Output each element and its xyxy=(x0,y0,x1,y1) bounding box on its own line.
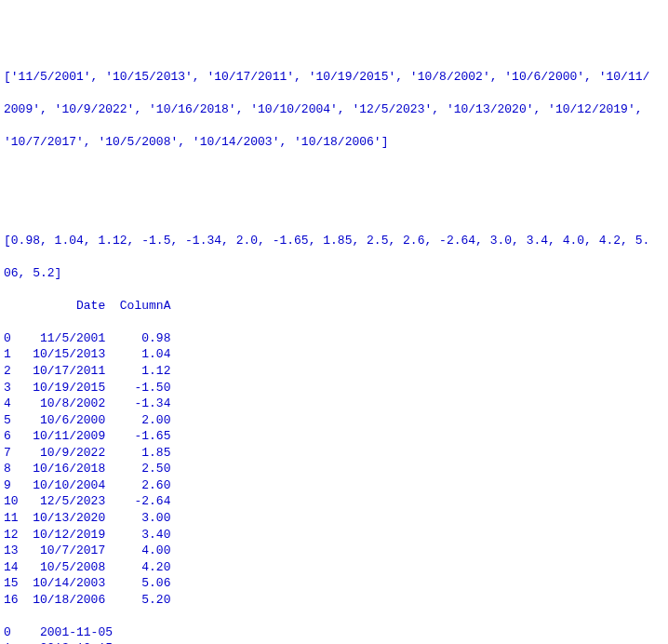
table-row: 13 10/7/2017 4.00 xyxy=(4,543,664,559)
raw-date-list-line1: ['11/5/2001', '10/15/2013', '10/17/2011'… xyxy=(4,69,664,86)
table-row: 6 10/11/2009 -1.65 xyxy=(4,428,664,445)
table-row: 2 10/17/2011 1.12 xyxy=(4,363,664,380)
table-row: 5 10/6/2000 2.00 xyxy=(4,412,664,429)
table-row: 15 10/14/2003 5.06 xyxy=(4,575,664,592)
table-row: 12 10/12/2019 3.40 xyxy=(4,527,664,543)
table-row: 1 2013-10-15 xyxy=(4,640,664,644)
table-row: 1 10/15/2013 1.04 xyxy=(4,346,664,363)
raw-date-list-line3: '10/7/2017', '10/5/2008', '10/14/2003', … xyxy=(4,134,664,151)
table-row: 11 10/13/2020 3.00 xyxy=(4,510,664,527)
raw-date-list-line2: 2009', '10/9/2022', '10/16/2018', '10/10… xyxy=(4,101,664,118)
table-row: 9 10/10/2004 2.60 xyxy=(4,477,664,494)
table-row: 8 10/16/2018 2.50 xyxy=(4,461,664,477)
table-row: 4 10/8/2002 -1.34 xyxy=(4,396,664,412)
blank-line xyxy=(4,167,664,183)
table-row: 16 10/18/2006 5.20 xyxy=(4,592,664,609)
table-row: 14 10/5/2008 4.20 xyxy=(4,559,664,576)
dataframe-header: Date ColumnA xyxy=(4,298,664,315)
table-row: 3 10/19/2015 -1.50 xyxy=(4,380,664,396)
series-rows: 0 2001-11-051 2013-10-152 2011-10-173 20… xyxy=(4,624,664,644)
table-row: 10 12/5/2023 -2.64 xyxy=(4,493,664,510)
raw-value-list-line1: [0.98, 1.04, 1.12, -1.5, -1.34, 2.0, -1.… xyxy=(4,233,664,249)
blank-line xyxy=(4,200,664,217)
table-row: 0 11/5/2001 0.98 xyxy=(4,330,664,347)
raw-value-list-line2: 06, 5.2] xyxy=(4,265,664,282)
dataframe-rows: 0 11/5/2001 0.981 10/15/2013 1.042 10/17… xyxy=(4,330,664,608)
table-row: 0 2001-11-05 xyxy=(4,624,664,641)
table-row: 7 10/9/2022 1.85 xyxy=(4,445,664,462)
